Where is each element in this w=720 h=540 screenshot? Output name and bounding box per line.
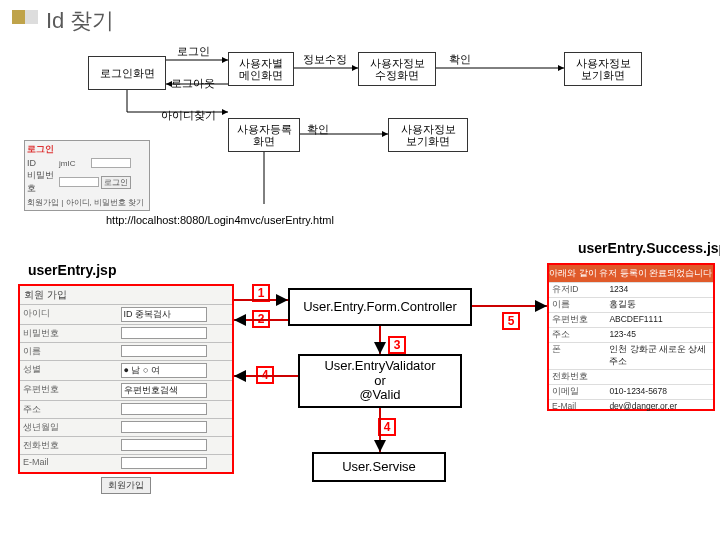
- success-row-key: 이름: [549, 298, 606, 312]
- form-row-val[interactable]: [118, 401, 232, 418]
- success-row-val: 인천 강화군 새로운 상세주소: [606, 343, 713, 369]
- success-row-key: 이메일: [549, 385, 606, 399]
- success-row-key: 전화번호: [549, 370, 606, 384]
- form-row-key: 전화번호: [20, 437, 118, 454]
- success-row-val: 010-1234-5678: [606, 385, 713, 399]
- form-row-key: 주소: [20, 401, 118, 418]
- node-login-screen: 로그인화면: [88, 56, 166, 90]
- success-row-val: dev@danger.or.er: [606, 400, 713, 412]
- success-row-val: 홍길동: [606, 298, 713, 312]
- node-user-edit: 사용자정보 수정화면: [358, 52, 436, 86]
- success-row: 유저ID1234: [549, 282, 713, 297]
- mini-login-id-value: jmIC: [59, 159, 89, 168]
- success-jsp-caption: userEntry.Success.jsp: [578, 240, 720, 256]
- mini-login-id-input[interactable]: [91, 158, 131, 168]
- success-row-val: 123-45: [606, 328, 713, 342]
- form-row: 생년월일: [20, 418, 232, 436]
- form-row-key: 아이디: [20, 305, 118, 324]
- success-header: 아래와 같이 유저 등록이 완료되었습니다: [549, 265, 713, 282]
- success-row-key: 유저ID: [549, 283, 606, 297]
- node-user-reg: 사용자등록 화면: [228, 118, 300, 152]
- success-row: 이름홍길동: [549, 297, 713, 312]
- marker-5: 5: [502, 312, 520, 330]
- success-row: 이메일010-1234-5678: [549, 384, 713, 399]
- success-row: 우편번호ABCDEF1111: [549, 312, 713, 327]
- success-row-val: 1234: [606, 283, 713, 297]
- form-row: 우편번호우편번호검색: [20, 380, 232, 400]
- title-accent: [12, 10, 38, 24]
- success-row-val: [606, 370, 713, 384]
- form-row: 이름: [20, 342, 232, 360]
- form-row: E-Mail: [20, 454, 232, 471]
- form-row: 비밀번호: [20, 324, 232, 342]
- form-row-key: 우편번호: [20, 381, 118, 400]
- block-service: User.Servise: [312, 452, 446, 482]
- form-row-val[interactable]: ● 남 ○ 여: [118, 361, 232, 380]
- label-confirm-2: 확인: [306, 122, 330, 137]
- form-row: 성별● 남 ○ 여: [20, 360, 232, 380]
- entry-jsp-caption: userEntry.jsp: [28, 262, 116, 278]
- form-header: 회원 가입: [20, 286, 232, 304]
- marker-1: 1: [252, 284, 270, 302]
- node-user-main: 사용자별 메인화면: [228, 52, 294, 86]
- marker-4b: 4: [378, 418, 396, 436]
- url-text: http://localhost:8080/Login4mvc/userEntr…: [106, 214, 316, 226]
- page-title: Id 찾기: [46, 6, 114, 36]
- form-submit[interactable]: 회원가입: [101, 477, 151, 494]
- success-row: E-Maildev@danger.or.er: [549, 399, 713, 412]
- marker-2: 2: [252, 310, 270, 328]
- success-row-key: E-Mail: [549, 400, 606, 412]
- form-row-key: 비밀번호: [20, 325, 118, 342]
- form-row-key: E-Mail: [20, 455, 118, 471]
- mini-login-id-label: ID: [27, 158, 57, 168]
- success-row: 전화번호: [549, 369, 713, 384]
- success-row: 주소123-45: [549, 327, 713, 342]
- form-row: 아이디ID 중복검사: [20, 304, 232, 324]
- form-row: 주소: [20, 400, 232, 418]
- mini-login-pw-input[interactable]: [59, 177, 99, 187]
- form-row-val[interactable]: [118, 437, 232, 454]
- form-row-val[interactable]: 우편번호검색: [118, 381, 232, 400]
- success-row-val: ABCDEF1111: [606, 313, 713, 327]
- user-entry-success: 아래와 같이 유저 등록이 완료되었습니다 유저ID1234이름홍길동우편번호A…: [547, 263, 715, 411]
- node-user-view-1: 사용자정보 보기화면: [564, 52, 642, 86]
- success-row-key: 폰: [549, 343, 606, 369]
- success-row-key: 주소: [549, 328, 606, 342]
- form-row-val[interactable]: ID 중복검사: [118, 305, 232, 324]
- form-row-key: 생년월일: [20, 419, 118, 436]
- block-controller: User.Entry.Form.Controller: [288, 288, 472, 326]
- label-logout: 로그아웃: [170, 76, 216, 91]
- form-row-key: 성별: [20, 361, 118, 380]
- label-confirm-1: 확인: [448, 52, 472, 67]
- mini-login-button[interactable]: 로그인: [101, 176, 131, 189]
- form-row-val[interactable]: [118, 343, 232, 360]
- user-entry-form: 회원 가입 아이디ID 중복검사비밀번호 이름 성별● 남 ○ 여우편번호우편번…: [18, 284, 234, 474]
- node-user-view-2: 사용자정보 보기화면: [388, 118, 468, 152]
- mini-login-pw-label: 비밀번호: [27, 169, 57, 195]
- block-validator: User.EntryValidator or @Valid: [298, 354, 462, 408]
- mini-login-hint: 회원가입 | 아이디, 비밀번호 찾기: [27, 197, 147, 208]
- marker-3: 3: [388, 336, 406, 354]
- success-rows: 유저ID1234이름홍길동우편번호ABCDEF1111주소123-45폰인천 강…: [549, 282, 713, 412]
- mini-login-title: 로그인: [27, 143, 147, 156]
- form-rows: 아이디ID 중복검사비밀번호 이름 성별● 남 ○ 여우편번호우편번호검색주소 …: [20, 304, 232, 471]
- label-login: 로그인: [176, 44, 211, 59]
- mini-login-panel: 로그인 IDjmIC 비밀번호로그인 회원가입 | 아이디, 비밀번호 찾기: [24, 140, 150, 211]
- label-edit-info: 정보수정: [302, 52, 348, 67]
- form-row-key: 이름: [20, 343, 118, 360]
- form-row-val[interactable]: [118, 325, 232, 342]
- success-row-key: 우편번호: [549, 313, 606, 327]
- form-row: 전화번호: [20, 436, 232, 454]
- label-find-id: 아이디찾기: [160, 108, 217, 123]
- form-row-val[interactable]: [118, 419, 232, 436]
- success-row: 폰인천 강화군 새로운 상세주소: [549, 342, 713, 369]
- marker-4a: 4: [256, 366, 274, 384]
- form-row-val[interactable]: [118, 455, 232, 471]
